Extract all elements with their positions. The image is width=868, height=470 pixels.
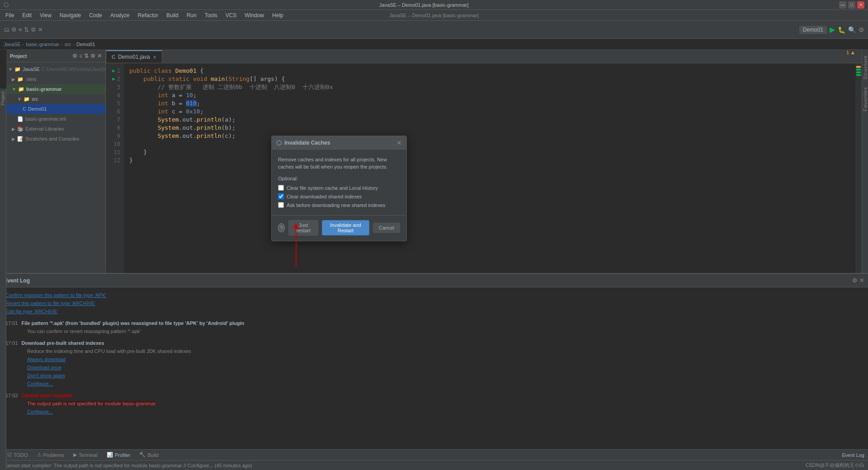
editor-tab-demo01[interactable]: C Demo01.java ✕ [106,50,162,63]
gutter-run-2[interactable]: ▶ [112,75,115,83]
event-link-edit-archive[interactable]: Edit file type 'ARCHIVE' [5,307,863,315]
tree-item-extlibs[interactable]: ▶ 📚 External Libraries [6,124,105,134]
just-restart-button[interactable]: Just restart [288,220,318,235]
toolbar-arrow-icon[interactable]: ⇅ [24,26,29,33]
breadcrumb-part-3[interactable]: src [65,42,71,47]
problems-icon: ⚠ [37,452,42,458]
bottom-settings-icon[interactable]: ⚙ [852,277,858,284]
toolbar-settings2-icon[interactable]: ⚙ [859,26,864,33]
right-tab-favorites[interactable]: Favorites [862,85,868,113]
close-button[interactable]: ✕ [857,1,864,9]
tree-item-basicgrammar[interactable]: ▼ 📁 basic-grammar [6,84,105,94]
bottom-close-icon[interactable]: ✕ [859,277,864,284]
event-entry-prebuilt: 17:01 Download pre-built shared indexes … [5,339,863,388]
tab-close-demo01[interactable]: ✕ [153,55,156,60]
project-sync-icon[interactable]: ⚙ [72,53,77,59]
checkbox-label-ask-before: Ask before downloading new shared indexe… [287,202,385,208]
run-button[interactable]: ▶ [830,25,835,34]
toolbar-gear-icon[interactable]: ⚙ [31,26,36,33]
tree-item-scratches[interactable]: ▶ 📝 Scratches and Consoles [6,134,105,144]
btab-terminal[interactable]: ▶ Terminal [70,451,101,459]
event-log-tab[interactable]: Event Log [842,452,864,458]
event-link-confirm[interactable]: Confirm reassign this pattern to file ty… [5,291,863,299]
event-log-label[interactable]: Event Log [842,452,864,458]
breadcrumb-part-4[interactable]: Demo01 [76,42,95,47]
tree-item-idea[interactable]: ▶ 📁 .idea [6,74,105,84]
debug-button[interactable]: 🐛 [838,26,845,33]
breadcrumb-part-1[interactable]: JavaSE [4,42,21,47]
maximize-button[interactable]: □ [848,1,855,9]
menu-item-edit[interactable]: Edit [19,11,35,19]
toolbar-close-icon[interactable]: ✕ [38,26,43,33]
btab-todo[interactable]: ☑ TODO [4,451,32,459]
event-link-revert-archive[interactable]: Revert this pattern to file type 'ARCHIV… [5,299,863,307]
menu-item-help[interactable]: Help [269,11,287,19]
menu-item-view[interactable]: View [36,11,55,19]
bottom-panel: Event Log ⚙ ✕ Confirm reassign this patt… [0,273,868,449]
tree-icon-scratches: 📝 [17,136,24,142]
event-link-download-once[interactable]: Download once [27,363,863,371]
project-panel: Project ⚙ ≡ ⇅ ⚙ ✕ ▼ 📁 JavaSE C:\Users\AE… [6,50,106,273]
project-panel-title: Project [10,53,27,59]
menu-item-vcs[interactable]: VCS [222,11,241,19]
project-list-icon[interactable]: ≡ [79,53,82,59]
toolbar-settings-icon[interactable]: ⚙ [11,26,17,33]
btab-profiler[interactable]: 📊 Profiler [103,451,134,459]
event-title-compiler: Cannot start compiler [22,391,73,400]
menu-item-window[interactable]: Window [241,11,268,19]
btab-problems[interactable]: ⚠ Problems [33,451,68,459]
right-tab-structure[interactable]: Structure [862,53,868,81]
toolbar-search-icon[interactable]: 🔍 [848,26,856,33]
menu-center-title: JavaSE – Demo01.java [basic-grammar] [389,13,478,18]
menu-bar: File Edit View Navigate Code Analyze Ref… [0,10,868,21]
profiler-icon: 📊 [107,452,113,458]
dialog-optional: Optional: [278,176,400,181]
menu-item-refactor[interactable]: Refactor [134,11,162,19]
tree-label-javase: JavaSE [23,66,40,72]
menu-item-run[interactable]: Run [183,11,200,19]
project-arrows-icon[interactable]: ⇅ [84,53,89,59]
event-link-always-download[interactable]: Always download [27,355,863,363]
menu-item-file[interactable]: File [2,11,18,19]
title-bar: ⬡ JavaSE – Demo01.java [basic-grammar] —… [0,0,868,10]
menu-item-code[interactable]: Code [85,11,106,19]
tree-item-javase[interactable]: ▼ 📁 JavaSE C:\Users\AELM\Desktop\JavaSE [6,64,105,74]
cancel-button[interactable]: Cancel [373,223,400,233]
toolbar-project-icon: 🗂 [4,26,9,33]
invalidate-and-restart-button[interactable]: Invalidate and Restart [322,220,369,235]
checkbox-label-clear-filesystem: Clear file system cache and Local Histor… [287,185,378,191]
tree-item-demo01[interactable]: C Demo01 [6,104,105,114]
gutter-run-1[interactable]: ▶ [112,67,115,75]
dialog-buttons: ? Just restart Invalidate and Restart Ca… [272,215,406,241]
event-desc-prebuilt: Reduce the indexing time and CPU load wi… [27,347,863,355]
todo-icon: ☑ [7,452,12,458]
menu-item-build[interactable]: Build [163,11,182,19]
btab-build[interactable]: 🔨 Build [136,451,162,459]
menu-item-navigate[interactable]: Navigate [56,11,85,19]
breadcrumb-part-2[interactable]: basic-grammar [26,42,59,47]
project-gear-icon[interactable]: ⚙ [90,53,95,59]
project-close-icon[interactable]: ✕ [97,53,102,59]
toolbar-list-icon[interactable]: ≡ [19,26,22,33]
tree-item-src[interactable]: ▼ 📁 src [6,94,105,104]
menu-item-tools[interactable]: Tools [201,11,221,19]
event-entry-download: 17:01 File pattern '*.apk' (from 'bundle… [5,319,863,335]
event-link-dont-show[interactable]: Don't show again [27,371,863,380]
left-tab-project[interactable]: Project [0,89,6,108]
menu-item-analyze[interactable]: Analyze [107,11,133,19]
dialog-help-button[interactable]: ? [278,223,285,232]
tree-arrow-basicgrammar: ▼ [12,87,16,92]
code-content[interactable]: public class Demo01 { public static void… [124,63,855,273]
checkbox-clear-shared[interactable] [278,193,284,199]
help-icon: ? [280,225,283,230]
event-link-configure-compiler[interactable]: Configure... [27,408,863,416]
event-link-configure-prebuilt[interactable]: Configure... [27,380,863,388]
margin-indicator-strip [855,63,862,273]
tree-item-iml[interactable]: 📄 basic-grammar.iml [6,114,105,124]
checkbox-ask-before[interactable] [278,202,284,208]
dialog-title-label: Invalidate Caches [284,140,330,146]
minimize-button[interactable]: — [839,1,846,9]
checkbox-clear-filesystem[interactable] [278,185,284,191]
dialog-close-button[interactable]: ✕ [396,139,402,146]
invalidate-dialog: ⬡ Invalidate Caches ✕ Remove caches and … [271,136,407,241]
